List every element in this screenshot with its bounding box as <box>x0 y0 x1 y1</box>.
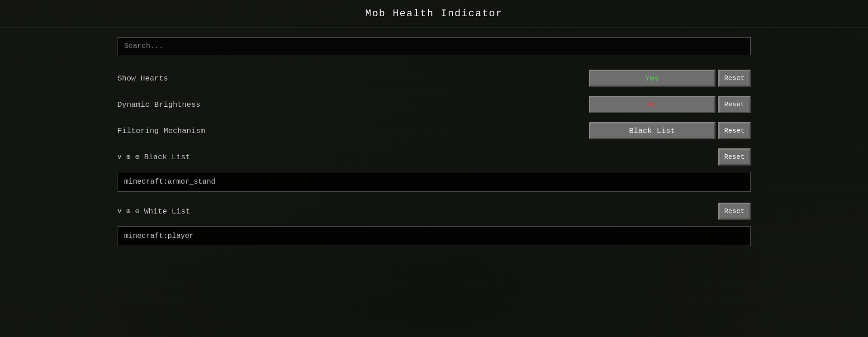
filtering-mechanism-row: Filtering Mechanism Black List Reset <box>118 118 751 144</box>
show-hearts-value-button[interactable]: Yes <box>589 70 716 87</box>
dynamic-brightness-label: Dynamic Brightness <box>118 100 201 109</box>
show-hearts-label: Show Hearts <box>118 74 168 83</box>
filtering-mechanism-value-button[interactable]: Black List <box>589 122 716 139</box>
search-input[interactable] <box>118 37 751 55</box>
black-list-reset-button[interactable]: Reset <box>718 148 751 166</box>
black-list-label-area: v ⊕ ⊖ Black List <box>118 152 190 161</box>
page-title: Mob Health Indicator <box>365 8 503 19</box>
black-list-input-row <box>118 172 751 192</box>
black-list-chevron[interactable]: v <box>118 153 122 161</box>
black-list-input[interactable] <box>118 172 751 192</box>
black-list-remove-icon[interactable]: ⊖ <box>135 152 140 161</box>
white-list-title: White List <box>144 207 190 216</box>
filtering-mechanism-label: Filtering Mechanism <box>118 127 205 135</box>
dynamic-brightness-value-button[interactable]: No <box>589 96 716 113</box>
dynamic-brightness-controls: No Reset <box>589 96 751 113</box>
title-divider <box>0 28 868 28</box>
white-list-reset-button[interactable]: Reset <box>718 203 751 220</box>
white-list-row: v ⊕ ⊖ White List Reset <box>118 198 751 224</box>
black-list-title: Black List <box>144 153 190 161</box>
filtering-mechanism-controls: Black List Reset <box>589 122 751 139</box>
dynamic-brightness-reset-button[interactable]: Reset <box>718 96 751 113</box>
white-list-label-area: v ⊕ ⊖ White List <box>118 207 190 216</box>
search-row <box>118 37 751 55</box>
black-list-add-icon[interactable]: ⊕ <box>126 152 131 161</box>
filtering-mechanism-reset-button[interactable]: Reset <box>718 122 751 139</box>
black-list-row: v ⊕ ⊖ Black List Reset <box>118 144 751 170</box>
show-hearts-controls: Yes Reset <box>589 70 751 87</box>
white-list-add-icon[interactable]: ⊕ <box>126 207 131 216</box>
dynamic-brightness-row: Dynamic Brightness No Reset <box>118 91 751 118</box>
white-list-input-row <box>118 226 751 246</box>
white-list-remove-icon[interactable]: ⊖ <box>135 207 140 216</box>
show-hearts-row: Show Hearts Yes Reset <box>118 65 751 91</box>
white-list-input[interactable] <box>118 226 751 246</box>
show-hearts-reset-button[interactable]: Reset <box>718 70 751 87</box>
white-list-chevron[interactable]: v <box>118 207 122 215</box>
